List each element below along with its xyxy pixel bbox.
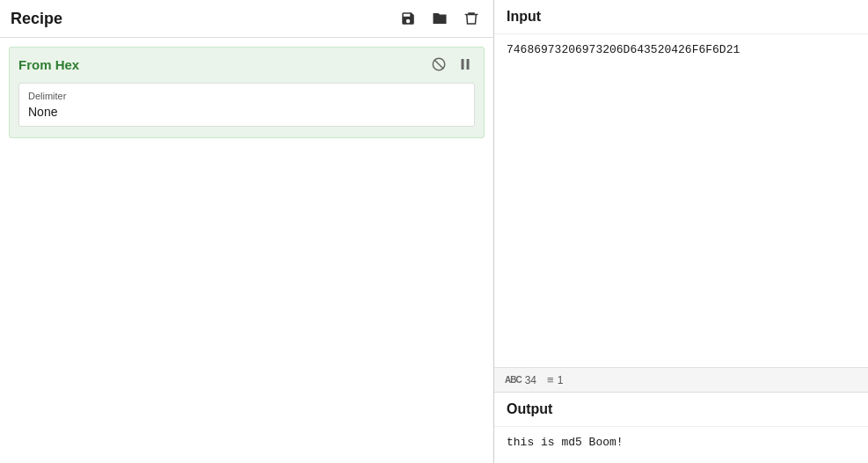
delimiter-label: Delimiter bbox=[28, 91, 465, 101]
recipe-title: Recipe bbox=[11, 10, 397, 28]
input-section: Input 74686973206973206D643520426F6F6D21… bbox=[494, 0, 868, 393]
output-content: this is md5 Boom! bbox=[494, 427, 868, 463]
output-section: Output this is md5 Boom! bbox=[494, 393, 868, 463]
line-count: 1 bbox=[558, 374, 564, 386]
operation-title: From Hex bbox=[18, 57, 429, 72]
left-panel: Recipe From Hex bbox=[0, 0, 494, 463]
line-count-item: ≡ 1 bbox=[547, 373, 563, 386]
recipe-actions bbox=[397, 9, 483, 28]
right-panel: Input 74686973206973206D643520426F6F6D21… bbox=[494, 0, 868, 463]
lines-icon: ≡ bbox=[547, 373, 554, 386]
char-count: 34 bbox=[525, 374, 536, 386]
output-header: Output bbox=[494, 393, 868, 427]
char-count-item: ABC 34 bbox=[505, 374, 536, 386]
abc-icon: ABC bbox=[505, 375, 522, 385]
input-textarea[interactable]: 74686973206973206D643520426F6F6D21 bbox=[494, 34, 868, 367]
input-statusbar: ABC 34 ≡ 1 bbox=[494, 367, 868, 392]
delimiter-field: Delimiter None bbox=[18, 83, 475, 127]
svg-line-1 bbox=[434, 60, 444, 70]
save-icon bbox=[400, 11, 416, 26]
folder-button[interactable] bbox=[428, 9, 451, 28]
pause-button[interactable] bbox=[456, 55, 475, 74]
operation-controls bbox=[429, 55, 475, 74]
delete-button[interactable] bbox=[460, 9, 483, 28]
delimiter-value: None bbox=[28, 105, 465, 119]
disable-icon bbox=[431, 56, 447, 72]
pause-icon bbox=[457, 56, 473, 72]
input-header: Input bbox=[494, 0, 868, 34]
disable-button[interactable] bbox=[429, 55, 449, 74]
recipe-header: Recipe bbox=[0, 0, 493, 38]
operation-header: From Hex bbox=[18, 55, 475, 74]
svg-rect-2 bbox=[462, 59, 464, 70]
svg-rect-3 bbox=[467, 59, 470, 70]
folder-icon bbox=[432, 11, 448, 26]
operation-card: From Hex Delimi bbox=[9, 47, 485, 138]
save-button[interactable] bbox=[397, 9, 419, 28]
recipe-body bbox=[0, 147, 493, 463]
trash-icon bbox=[463, 11, 479, 26]
